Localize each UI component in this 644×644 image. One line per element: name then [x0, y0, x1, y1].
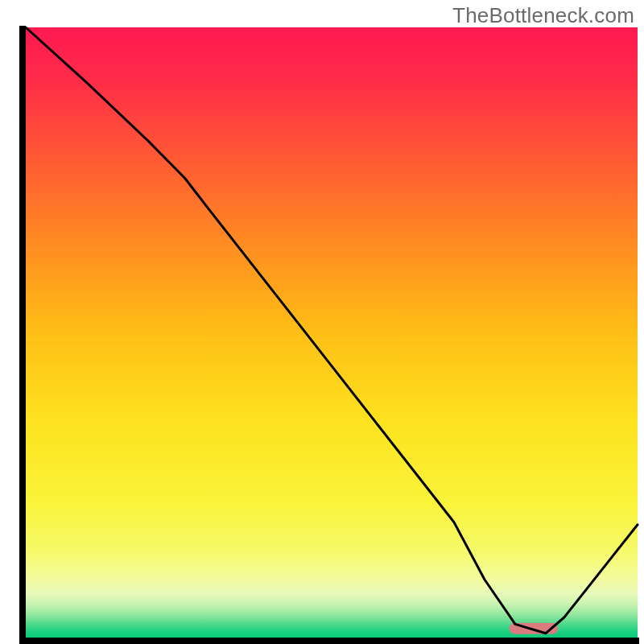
- gradient-background: [26, 27, 638, 638]
- watermark-text: TheBottleneck.com: [452, 3, 634, 28]
- chart-container: TheBottleneck.com: [0, 0, 644, 644]
- bottleneck-chart: [0, 0, 644, 644]
- y-axis: [19, 26, 26, 644]
- x-axis: [19, 638, 639, 644]
